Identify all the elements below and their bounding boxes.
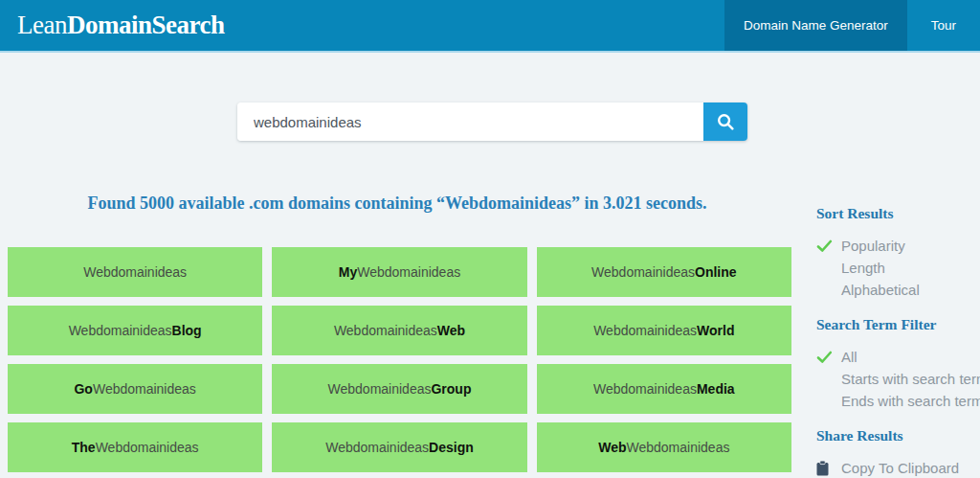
sidebar-section-list: AllStarts with search termEnds with sear… (816, 346, 980, 412)
domain-button-gowebdomainideas[interactable]: GoWebdomainideas (8, 364, 262, 414)
domain-text-segment: Web (437, 323, 465, 338)
sidebar-section-title-sort-results: Sort Results (816, 205, 980, 222)
sidebar-item-label: Ends with search term (841, 393, 980, 409)
domain-button-thewebdomainideas[interactable]: TheWebdomainideas (8, 422, 262, 472)
domain-button-webdomainideas[interactable]: Webdomainideas (8, 247, 262, 297)
domain-text-segment: Web (598, 440, 626, 455)
domain-text-segment: Online (695, 264, 737, 280)
clipboard-icon (816, 461, 841, 476)
sidebar-section-title-share-results: Share Results (816, 427, 980, 444)
domain-text-segment: Webdomainideas (627, 440, 730, 455)
sidebar: Sort ResultsPopularityLengthAlphabetical… (816, 205, 980, 478)
domain-text-segment: Webdomainideas (83, 264, 187, 280)
sidebar-item-label: Alphabetical (841, 282, 920, 298)
domain-button-webwebdomainideas[interactable]: WebWebdomainideas (537, 422, 791, 472)
logo-lean: Lean (17, 11, 67, 39)
logo[interactable]: LeanDomainSearch (17, 11, 224, 40)
sidebar-item-label: Length (841, 260, 885, 276)
sidebar-item-all[interactable]: All (816, 346, 980, 368)
domain-button-webdomainideasweb[interactable]: WebdomainideasWeb (272, 306, 526, 355)
domain-text-segment: Group (431, 381, 471, 397)
domain-text-segment: Webdomainideas (593, 323, 697, 338)
domain-text-segment: Blog (172, 323, 202, 338)
sidebar-item-copy-to-clipboard[interactable]: Copy To Clipboard (816, 457, 980, 478)
sidebar-section-list: Copy To Clipboard (816, 457, 980, 478)
sidebar-item-label: All (841, 349, 858, 365)
nav-item-domain-name-generator[interactable]: Domain Name Generator (724, 0, 907, 51)
domain-text-segment: World (697, 323, 734, 338)
domain-text-segment: Webdomainideas (325, 440, 429, 455)
header-nav: Domain Name Generator Tour (724, 0, 980, 51)
nav-item-tour[interactable]: Tour (907, 0, 980, 51)
check-icon (816, 351, 841, 364)
domain-button-webdomainideasblog[interactable]: WebdomainideasBlog (8, 306, 262, 355)
sidebar-item-label: Starts with search term (841, 371, 980, 387)
search-bar (237, 102, 747, 141)
domain-text-segment: Webdomainideas (93, 381, 196, 397)
logo-domainsearch: DomainSearch (67, 11, 225, 39)
app-header: LeanDomainSearch Domain Name Generator T… (0, 0, 980, 53)
search-input[interactable] (237, 102, 703, 141)
domain-text-segment: Go (74, 381, 92, 397)
domain-button-webdomainideasonline[interactable]: WebdomainideasOnline (537, 247, 791, 297)
sidebar-item-ends-with-search-term[interactable]: Ends with search term (816, 390, 980, 412)
domain-button-webdomainideasgroup[interactable]: WebdomainideasGroup (272, 364, 526, 414)
sidebar-item-popularity[interactable]: Popularity (816, 235, 980, 257)
sidebar-item-alphabetical[interactable]: Alphabetical (816, 279, 980, 301)
domain-button-webdomainideasworld[interactable]: WebdomainideasWorld (537, 306, 791, 355)
domain-text-segment: Webdomainideas (328, 381, 432, 397)
domain-text-segment: Media (697, 381, 735, 397)
domain-text-segment: My (339, 264, 357, 280)
sidebar-item-label: Popularity (841, 238, 905, 254)
search-icon (717, 113, 735, 131)
sidebar-section-title-search-term-filter: Search Term Filter (816, 316, 980, 333)
domain-text-segment: Webdomainideas (96, 440, 199, 455)
domain-text-segment: Webdomainideas (357, 264, 460, 280)
domain-results-grid: WebdomainideasMyWebdomainideasWebdomaini… (8, 247, 791, 472)
domain-text-segment: The (72, 440, 96, 455)
domain-text-segment: Webdomainideas (593, 381, 697, 397)
sidebar-section-list: PopularityLengthAlphabetical (816, 235, 980, 301)
domain-text-segment: Webdomainideas (334, 323, 437, 338)
domain-button-mywebdomainideas[interactable]: MyWebdomainideas (272, 247, 526, 297)
sidebar-item-length[interactable]: Length (816, 257, 980, 279)
sidebar-item-starts-with-search-term[interactable]: Starts with search term (816, 368, 980, 390)
domain-text-segment: Design (429, 440, 474, 455)
domain-text-segment: Webdomainideas (591, 264, 695, 280)
domain-button-webdomainideasdesign[interactable]: WebdomainideasDesign (272, 422, 526, 472)
check-icon (816, 239, 841, 253)
page: LeanDomainSearch Domain Name Generator T… (0, 0, 980, 478)
domain-button-webdomainideasmedia[interactable]: WebdomainideasMedia (537, 364, 791, 414)
results-message: Found 5000 available .com domains contai… (0, 193, 794, 214)
sidebar-item-label: Copy To Clipboard (841, 460, 959, 476)
domain-text-segment: Webdomainideas (69, 323, 172, 338)
search-button[interactable] (703, 102, 747, 141)
